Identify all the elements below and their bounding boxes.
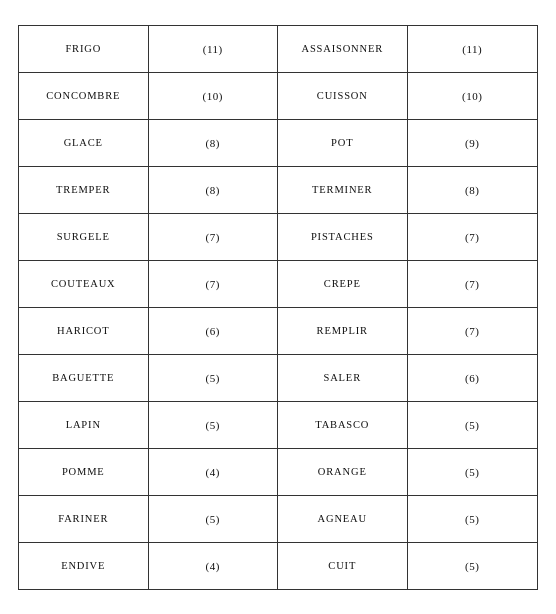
word-cell: BAGUETTE [19,355,149,401]
count-cell: (5) [408,496,538,542]
table-row: ENDIVE(4)CUIT(5) [19,543,537,589]
word-cell: FARINER [19,496,149,542]
word-cell: PISTACHES [278,214,408,260]
count-cell: (7) [149,261,279,307]
word-cell: ASSAISONNER [278,26,408,72]
count-cell: (5) [408,449,538,495]
count-cell: (7) [408,261,538,307]
count-cell: (7) [149,214,279,260]
count-cell: (5) [408,543,538,589]
table-row: HARICOT(6)REMPLIR(7) [19,308,537,355]
count-cell: (5) [149,496,279,542]
table-row: LAPIN(5)TABASCO(5) [19,402,537,449]
count-cell: (5) [149,402,279,448]
word-table: FRIGO(11)ASSAISONNER(11)CONCOMBRE(10)CUI… [18,25,538,590]
word-cell: REMPLIR [278,308,408,354]
count-cell: (4) [149,449,279,495]
word-cell: HARICOT [19,308,149,354]
count-cell: (5) [408,402,538,448]
table-row: BAGUETTE(5)SALER(6) [19,355,537,402]
count-cell: (9) [408,120,538,166]
word-cell: CONCOMBRE [19,73,149,119]
word-cell: CUIT [278,543,408,589]
count-cell: (6) [408,355,538,401]
word-cell: ENDIVE [19,543,149,589]
word-cell: SURGELE [19,214,149,260]
word-cell: COUTEAUX [19,261,149,307]
word-cell: SALER [278,355,408,401]
word-cell: TERMINER [278,167,408,213]
word-cell: POMME [19,449,149,495]
word-cell: TABASCO [278,402,408,448]
count-cell: (11) [408,26,538,72]
word-cell: TREMPER [19,167,149,213]
count-cell: (8) [149,167,279,213]
word-cell: LAPIN [19,402,149,448]
table-row: FRIGO(11)ASSAISONNER(11) [19,26,537,73]
table-row: GLACE(8)POT(9) [19,120,537,167]
count-cell: (5) [149,355,279,401]
word-cell: CREPE [278,261,408,307]
table-row: TREMPER(8)TERMINER(8) [19,167,537,214]
table-row: POMME(4)ORANGE(5) [19,449,537,496]
count-cell: (6) [149,308,279,354]
count-cell: (8) [149,120,279,166]
word-cell: AGNEAU [278,496,408,542]
count-cell: (4) [149,543,279,589]
word-cell: FRIGO [19,26,149,72]
table-row: SURGELE(7)PISTACHES(7) [19,214,537,261]
count-cell: (8) [408,167,538,213]
count-cell: (10) [149,73,279,119]
table-row: CONCOMBRE(10)CUISSON(10) [19,73,537,120]
count-cell: (7) [408,308,538,354]
table-row: COUTEAUX(7)CREPE(7) [19,261,537,308]
word-cell: GLACE [19,120,149,166]
table-row: FARINER(5)AGNEAU(5) [19,496,537,543]
word-cell: CUISSON [278,73,408,119]
word-cell: ORANGE [278,449,408,495]
count-cell: (10) [408,73,538,119]
word-cell: POT [278,120,408,166]
count-cell: (11) [149,26,279,72]
count-cell: (7) [408,214,538,260]
